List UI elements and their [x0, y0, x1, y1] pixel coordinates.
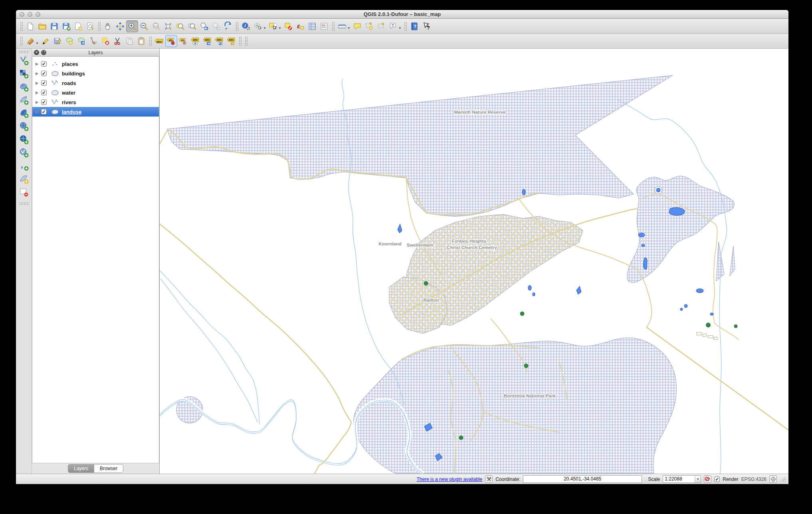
add-mssql-layer-button[interactable]	[18, 107, 30, 119]
current-edits-dropdown-arrow[interactable]: ▼	[36, 42, 39, 45]
action-dropdown-arrow[interactable]: ▼	[263, 26, 266, 30]
toolbar-handle[interactable]	[20, 21, 23, 32]
select-dropdown-arrow[interactable]: ▼	[278, 26, 281, 30]
layer-checkbox[interactable]: ✓	[41, 99, 47, 105]
toolbar-handle[interactable]	[20, 36, 23, 46]
map-canvas[interactable]: Marloth Nature Reserve Koornland Swellen…	[160, 49, 788, 474]
zoom-selection-button[interactable]	[174, 20, 186, 32]
paste-features-button[interactable]	[135, 35, 147, 47]
add-wfs-layer-button[interactable]	[18, 147, 30, 159]
expand-arrow-icon[interactable]: ▶	[36, 71, 41, 75]
new-spatialite-layer-button[interactable]	[18, 173, 30, 185]
current-edits-button[interactable]	[24, 35, 36, 47]
refresh-button[interactable]	[222, 20, 234, 32]
move-feature-button[interactable]	[75, 35, 87, 47]
zoom-native-button[interactable]: 1:1	[150, 20, 162, 32]
add-spatialite-layer-button[interactable]	[18, 94, 30, 106]
expand-arrow-icon[interactable]: ▶	[36, 62, 41, 66]
deselect-all-button[interactable]	[282, 20, 294, 32]
cut-features-button[interactable]	[111, 35, 123, 47]
label-visibility-button[interactable]: abc	[189, 35, 201, 47]
toolbar-handle[interactable]	[97, 21, 101, 32]
annotation-dropdown-arrow[interactable]: ▼	[398, 26, 402, 30]
expand-arrow-icon[interactable]: ▶	[36, 110, 41, 114]
layer-item-buildings[interactable]: ▶✓buildings	[32, 69, 159, 78]
zoom-full-button[interactable]	[162, 20, 174, 32]
node-tool-button[interactable]	[87, 35, 99, 47]
labeling-button[interactable]: abc	[153, 35, 165, 47]
select-expression-button[interactable]: ε	[294, 20, 306, 32]
layer-item-rivers[interactable]: ▶✓rivers	[32, 97, 159, 107]
render-checkbox[interactable]: ✓	[714, 476, 720, 482]
whats-this-button[interactable]: ?	[420, 20, 432, 32]
save-edits-button[interactable]	[51, 35, 63, 47]
plugin-link[interactable]: There is a new plugin available	[416, 476, 482, 482]
toolbar-handle[interactable]	[404, 21, 407, 32]
plugin-icon[interactable]	[485, 475, 493, 483]
add-wms-layer-button[interactable]	[18, 121, 30, 132]
scale-dropdown-arrow[interactable]: ▼	[695, 476, 701, 482]
zoom-last-button[interactable]	[198, 20, 210, 32]
add-wcs-layer-button[interactable]	[18, 134, 30, 146]
expand-arrow-icon[interactable]: ▶	[36, 100, 41, 104]
toolbar-handle[interactable]	[331, 21, 335, 32]
measure-button[interactable]	[336, 20, 348, 32]
layer-checkbox[interactable]: ✓	[41, 90, 47, 95]
tab-browser[interactable]: Browser	[94, 464, 123, 473]
select-rectangle-button[interactable]	[267, 20, 279, 32]
new-composer-button[interactable]	[72, 20, 84, 32]
new-project-button[interactable]	[24, 20, 36, 32]
add-delimited-text-layer-button[interactable]: ,	[18, 160, 30, 172]
copy-features-button[interactable]	[123, 35, 135, 47]
label-unpin-button[interactable]: ab	[177, 35, 189, 47]
layer-checkbox[interactable]: ✓	[41, 61, 47, 67]
map-tips-button[interactable]	[351, 20, 363, 32]
label-rotate-button[interactable]: abc	[213, 35, 225, 47]
zoom-in-button[interactable]	[126, 20, 138, 32]
layer-item-places[interactable]: ▶✓places	[32, 59, 159, 69]
stop-render-icon[interactable]	[704, 475, 711, 483]
zoom-next-button[interactable]	[210, 20, 222, 32]
toolbar-handle[interactable]	[238, 36, 242, 46]
layer-item-water[interactable]: ▶✓water	[32, 88, 159, 97]
toolbar-handle[interactable]	[235, 21, 239, 32]
zoom-out-button[interactable]	[138, 20, 150, 32]
add-postgis-layer-button[interactable]	[18, 81, 30, 93]
layer-item-landuse[interactable]: ▶✓landuse	[32, 107, 159, 117]
layer-checkbox[interactable]: ✓	[41, 71, 47, 76]
toolbar-handle[interactable]	[19, 50, 29, 53]
delete-selected-button[interactable]	[99, 35, 111, 47]
open-project-button[interactable]	[36, 20, 48, 32]
show-bookmarks-button[interactable]	[375, 20, 387, 32]
label-properties-button[interactable]: abc	[225, 35, 237, 47]
attribute-table-button[interactable]	[306, 20, 318, 32]
zoom-layer-button[interactable]	[186, 20, 198, 32]
text-annotation-button[interactable]: T	[387, 20, 399, 32]
tab-layers[interactable]: Layers	[68, 464, 94, 473]
coordinate-input[interactable]: 20.4501,-34.0465	[523, 475, 642, 483]
help-button[interactable]: ?	[408, 20, 420, 32]
label-pin-button[interactable]: ab	[165, 35, 177, 47]
identify-button[interactable]: i	[240, 20, 252, 32]
add-vector-layer-button[interactable]	[18, 55, 30, 67]
measure-dropdown-arrow[interactable]: ▼	[347, 26, 351, 30]
save-project-as-button[interactable]	[60, 20, 72, 32]
layer-item-roads[interactable]: ▶✓roads	[32, 78, 159, 88]
run-feature-action-button[interactable]	[252, 20, 264, 32]
add-raster-layer-button[interactable]	[18, 68, 30, 80]
add-feature-button[interactable]	[63, 35, 75, 47]
save-project-button[interactable]	[48, 20, 60, 32]
crs-status-icon[interactable]	[769, 475, 777, 483]
pan-to-selection-button[interactable]	[114, 20, 126, 32]
field-calculator-button[interactable]	[318, 20, 330, 32]
composer-manager-button[interactable]	[84, 20, 96, 32]
layer-checkbox[interactable]: ✓	[41, 109, 47, 115]
toolbar-handle[interactable]	[244, 36, 248, 46]
pan-map-button[interactable]	[102, 20, 114, 32]
toolbar-handle[interactable]	[19, 202, 29, 205]
label-move-button[interactable]: abc	[201, 35, 213, 47]
expand-arrow-icon[interactable]: ▶	[36, 91, 41, 95]
toolbar-handle[interactable]	[149, 36, 152, 46]
expand-arrow-icon[interactable]: ▶	[36, 81, 41, 85]
scale-combo[interactable]: 1:22088 ▼	[663, 475, 701, 483]
